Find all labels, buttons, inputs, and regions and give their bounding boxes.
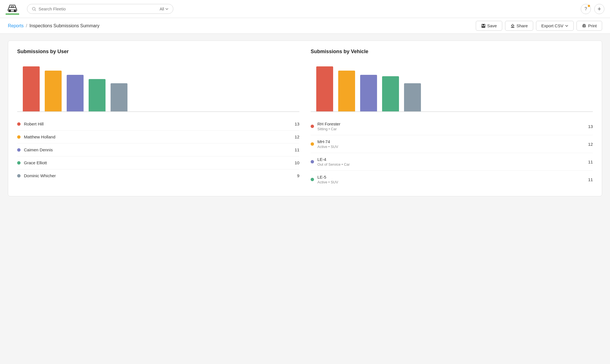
- user-legend-label-2: Caimen Dennis: [24, 147, 295, 152]
- user-bar-0: [23, 66, 40, 111]
- add-button[interactable]: +: [594, 4, 604, 14]
- user-bar-3: [89, 79, 106, 111]
- print-icon: [582, 24, 586, 28]
- vehicle-dot-1: [311, 142, 314, 146]
- charts-container: Submissions by User Robert Hill 13 Matth…: [8, 41, 602, 196]
- vehicle-legend-item-2: LE-4 Out of Service • Car 11: [311, 153, 593, 171]
- vehicle-label-wrapper-2: LE-4 Out of Service • Car: [317, 157, 588, 167]
- save-icon: [481, 24, 486, 28]
- user-legend-count-4: 9: [297, 173, 299, 178]
- vehicle-legend-label-0: RH Forester: [317, 122, 588, 126]
- submissions-by-vehicle-title: Submissions by Vehicle: [311, 49, 593, 55]
- user-dot-4: [17, 174, 21, 177]
- svg-rect-10: [583, 26, 585, 27]
- vehicle-bar-3: [382, 76, 399, 111]
- user-bar-2: [67, 75, 84, 111]
- user-legend-count-3: 10: [295, 160, 299, 165]
- vehicle-legend-label-2: LE-4: [317, 157, 588, 162]
- vehicle-bar-2: [360, 75, 377, 111]
- vehicle-legend-sublabel-3: Active • SUV: [317, 180, 588, 184]
- user-dot-2: [17, 148, 21, 152]
- submissions-by-vehicle-section: Submissions by Vehicle RH Forester Sitti…: [311, 49, 593, 188]
- user-legend-label-0: Robert Hill: [24, 122, 295, 126]
- vehicle-legend-count-3: 11: [588, 177, 593, 182]
- search-input[interactable]: [39, 6, 157, 11]
- svg-rect-6: [483, 24, 484, 26]
- user-legend-count-0: 13: [295, 122, 299, 126]
- svg-point-1: [9, 10, 11, 12]
- breadcrumb-bar: Reports / Inspections Submissions Summar…: [0, 18, 610, 34]
- vehicle-dot-3: [311, 178, 314, 181]
- vehicle-legend-label-3: LE-5: [317, 175, 588, 179]
- vehicle-bar-1: [338, 71, 355, 111]
- submissions-by-user-section: Submissions by User Robert Hill 13 Matth…: [17, 49, 299, 188]
- search-bar[interactable]: All: [27, 4, 173, 14]
- breadcrumb-current-page: Inspections Submissions Summary: [29, 23, 99, 28]
- svg-point-2: [14, 10, 16, 12]
- vehicle-label-wrapper-3: LE-5 Active • SUV: [317, 175, 588, 184]
- reports-breadcrumb-link[interactable]: Reports: [8, 23, 24, 28]
- chevron-down-icon: [165, 7, 169, 11]
- user-legend-count-1: 12: [295, 134, 299, 139]
- vehicle-label-wrapper-1: MH-74 Active • SUV: [317, 139, 588, 149]
- submissions-by-user-legend: Robert Hill 13 Matthew Holland 12 Caimen…: [17, 118, 299, 182]
- chevron-down-icon: [565, 24, 568, 28]
- main-content: Submissions by User Robert Hill 13 Matth…: [0, 34, 610, 203]
- user-legend-count-2: 11: [295, 147, 299, 152]
- user-legend-label-1: Matthew Holland: [24, 134, 295, 139]
- share-icon: [510, 24, 515, 28]
- export-csv-button[interactable]: Export CSV: [536, 21, 574, 31]
- vehicle-bar-4: [404, 83, 421, 111]
- vehicle-legend-count-1: 12: [588, 142, 593, 147]
- logo[interactable]: [6, 2, 19, 16]
- vehicle-legend-item-0: RH Forester Sitting • Car 13: [311, 118, 593, 135]
- breadcrumb-actions: Save Share Export CSV Print: [476, 21, 602, 31]
- vehicle-legend-sublabel-2: Out of Service • Car: [317, 162, 588, 167]
- user-legend-item-0: Robert Hill 13: [17, 118, 299, 131]
- vehicle-dot-0: [311, 125, 314, 128]
- vehicle-dot-2: [311, 160, 314, 163]
- submissions-by-user-chart: [17, 61, 299, 112]
- user-legend-item-1: Matthew Holland 12: [17, 131, 299, 143]
- user-bar-4: [111, 83, 127, 111]
- svg-rect-7: [482, 26, 485, 27]
- vehicle-bar-0: [316, 66, 333, 111]
- search-icon: [32, 7, 36, 11]
- vehicle-legend-sublabel-0: Sitting • Car: [317, 127, 588, 131]
- svg-rect-9: [583, 24, 585, 25]
- vehicle-label-wrapper-0: RH Forester Sitting • Car: [317, 122, 588, 131]
- help-button[interactable]: ?: [581, 4, 591, 14]
- svg-point-11: [583, 25, 584, 26]
- user-legend-label-3: Grace Elliott: [24, 160, 295, 165]
- top-navigation: All ? +: [0, 0, 610, 18]
- submissions-by-vehicle-legend: RH Forester Sitting • Car 13 MH-74 Activ…: [311, 118, 593, 188]
- vehicle-legend-count-2: 11: [588, 159, 593, 164]
- breadcrumb-separator: /: [26, 23, 27, 28]
- user-legend-item-4: Dominic Whicher 9: [17, 169, 299, 182]
- user-legend-item-3: Grace Elliott 10: [17, 156, 299, 169]
- save-button[interactable]: Save: [476, 21, 502, 31]
- vehicle-legend-item-1: MH-74 Active • SUV 12: [311, 135, 593, 153]
- user-legend-label-4: Dominic Whicher: [24, 173, 297, 178]
- user-dot-1: [17, 135, 21, 139]
- vehicle-legend-label-1: MH-74: [317, 139, 588, 144]
- vehicle-legend-count-0: 13: [588, 124, 593, 129]
- nav-actions: ? +: [581, 4, 604, 14]
- vehicle-legend-sublabel-1: Active • SUV: [317, 145, 588, 149]
- user-bar-1: [45, 71, 62, 111]
- vehicle-legend-item-3: LE-5 Active • SUV 11: [311, 171, 593, 188]
- submissions-by-vehicle-chart: [311, 61, 593, 112]
- print-button[interactable]: Print: [577, 21, 602, 31]
- user-dot-3: [17, 161, 21, 165]
- share-button[interactable]: Share: [505, 21, 533, 31]
- submissions-by-user-title: Submissions by User: [17, 49, 299, 55]
- user-dot-0: [17, 122, 21, 126]
- notification-badge: [588, 5, 590, 7]
- search-filter-dropdown[interactable]: All: [160, 7, 169, 11]
- user-legend-item-2: Caimen Dennis 11: [17, 143, 299, 156]
